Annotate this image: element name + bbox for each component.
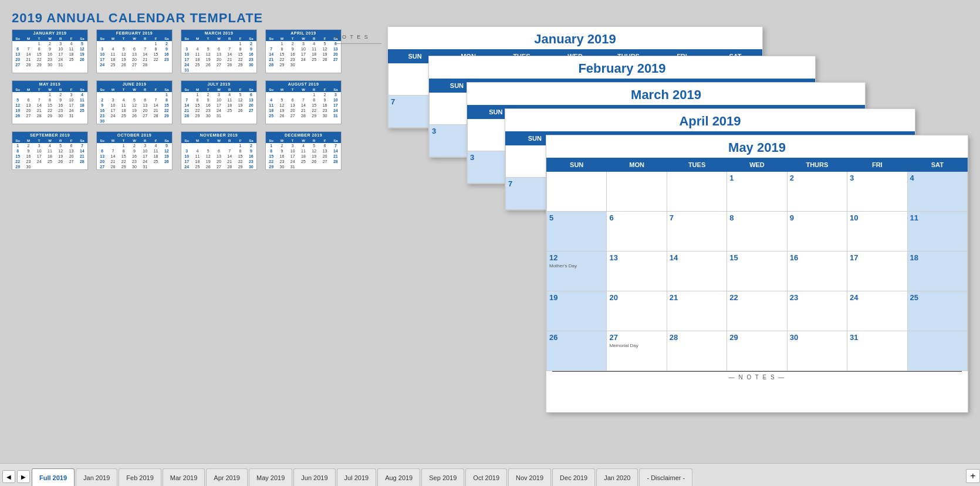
small-cal-may: MAY 2019 SuMTWRFSa 1234 567891011 121314… <box>12 80 88 124</box>
big-cal-apr-title: April 2019 <box>505 109 915 131</box>
small-cal-aug-header: AUGUST 2019 <box>266 81 341 87</box>
tab-next-btn[interactable]: ▶ <box>17 470 30 483</box>
col-fri: FRI <box>847 158 907 172</box>
tab-apr-2019[interactable]: Apr 2019 <box>206 468 248 486</box>
small-cal-jun-header: JUNE 2019 <box>97 81 172 87</box>
small-cal-dec-header: DECEMBER 2019 <box>266 132 341 138</box>
small-cal-apr-header: APRIL 2019 <box>266 30 341 36</box>
tab-feb-2019[interactable]: Feb 2019 <box>119 468 161 486</box>
small-cal-jun: JUNE 2019 SuMTWRFSa 1 2345678 9101112131… <box>96 80 173 124</box>
small-cal-feb: FEBRUARY 2019 SuMTWRFSa 12 3456789 10111… <box>96 29 173 73</box>
col-sun: SUN <box>547 158 607 172</box>
big-cal-may: May 2019 SUN MON TUES WED THURS FRI SAT <box>546 135 968 413</box>
small-cal-jan-header: JANUARY 2019 <box>12 30 87 36</box>
tab-disclaimer[interactable]: - Disclaimer - <box>639 468 692 486</box>
main-area: 2019 ANNUAL CALENDAR TEMPLATE JANUARY 20… <box>0 0 980 463</box>
small-cals-row-1: JANUARY 2019 SuMTWRFSa 12345 6789101112 … <box>12 29 342 73</box>
small-cal-oct-header: OCTOBER 2019 <box>97 132 172 138</box>
col-mon: MON <box>607 158 667 172</box>
col-thu: THURS <box>787 158 847 172</box>
small-cal-nov-header: NOVEMBER 2019 <box>181 132 256 138</box>
big-cal-mar-title: March 2019 <box>467 83 865 105</box>
small-cal-oct: OCTOBER 2019 SuMTWRFSa 12345 6789101112 … <box>96 131 173 170</box>
tab-jan-2019[interactable]: Jan 2019 <box>76 468 117 486</box>
tab-oct-2019[interactable]: Oct 2019 <box>465 468 507 486</box>
add-tab-btn[interactable]: + <box>966 469 980 483</box>
big-cal-jan-title: January 2019 <box>388 27 762 49</box>
tab-nov-2019[interactable]: Nov 2019 <box>508 468 551 486</box>
small-cal-apr: APRIL 2019 SuMTWRFSa 123456 78910111213 … <box>265 29 342 73</box>
col-tue: TUES <box>667 158 726 172</box>
small-calendars-section: JANUARY 2019 SuMTWRFSa 12345 6789101112 … <box>12 29 340 175</box>
tab-prev-btn[interactable]: ◀ <box>2 470 15 483</box>
big-cal-may-title: May 2019 <box>546 135 968 158</box>
tab-mar-2019[interactable]: Mar 2019 <box>163 468 205 486</box>
tab-aug-2019[interactable]: Aug 2019 <box>377 468 420 486</box>
small-cal-aug: AUGUST 2019 SuMTWRFSa 123 45678910 11121… <box>265 80 342 124</box>
tab-bar-inner: Full 2019 Jan 2019 Feb 2019 Mar 2019 Apr… <box>32 468 965 486</box>
small-cal-sep-header: SEPTEMBER 2019 <box>12 132 87 138</box>
col-wed: WED <box>727 158 787 172</box>
small-cal-jul: JULY 2019 SuMTWRFSa 123456 78910111213 1… <box>181 80 257 124</box>
small-cals-row-2: MAY 2019 SuMTWRFSa 1234 567891011 121314… <box>12 80 342 124</box>
small-cal-may-header: MAY 2019 <box>12 81 87 87</box>
small-cals-row-3: SEPTEMBER 2019 SuMTWRFSa 1234567 8910111… <box>12 131 342 170</box>
small-cal-nov: NOVEMBER 2019 SuMTWRFSa 12 3456789 10111… <box>181 131 257 170</box>
may-notes-section: — N O T E S — <box>552 371 962 383</box>
col-sat: SAT <box>907 158 967 172</box>
small-cal-jul-header: JULY 2019 <box>181 81 256 87</box>
tab-may-2019[interactable]: May 2019 <box>249 468 292 486</box>
small-cal-jan: JANUARY 2019 SuMTWRFSa 12345 6789101112 … <box>12 29 88 73</box>
big-cals-container: January 2019 SUN MON TUES WED THURS FRI … <box>376 18 974 451</box>
small-cal-dec: DECEMBER 2019 SuMTWRFSa 1234567 89101112… <box>265 131 342 170</box>
small-cal-mar-header: MARCH 2019 <box>181 30 256 36</box>
big-cal-feb-title: February 2019 <box>429 56 815 79</box>
tab-jun-2019[interactable]: Jun 2019 <box>293 468 335 486</box>
small-cal-mar: MARCH 2019 SuMTWRFSa 12 3456789 10111213… <box>181 29 257 73</box>
tab-jan-2020[interactable]: Jan 2020 <box>596 468 638 486</box>
tab-bar: ◀ ▶ Full 2019 Jan 2019 Feb 2019 Mar 2019… <box>0 463 980 486</box>
tab-dec-2019[interactable]: Dec 2019 <box>552 468 595 486</box>
tab-sep-2019[interactable]: Sep 2019 <box>421 468 464 486</box>
tab-jul-2019[interactable]: Jul 2019 <box>337 468 377 486</box>
small-cal-feb-header: FEBRUARY 2019 <box>97 30 172 36</box>
small-cal-sep: SEPTEMBER 2019 SuMTWRFSa 1234567 8910111… <box>12 131 88 170</box>
tab-full-2019[interactable]: Full 2019 <box>32 468 75 486</box>
